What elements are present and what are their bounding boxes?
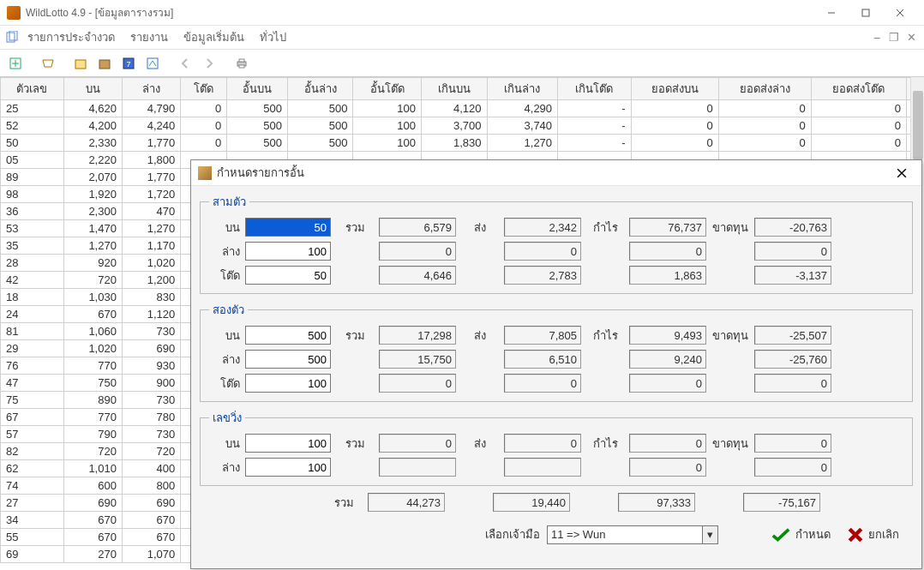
minimize-button[interactable] [814,1,849,25]
sum-song: 19,440 [493,493,570,512]
menu-item-2[interactable]: ข้อมูลเริ่มต้น [177,26,251,49]
dealer-combobox[interactable]: 11 => Wun ▾ [547,525,718,544]
menu-item-0[interactable]: รายการประจำงวด [21,26,122,49]
g3-bon-kamrai: 76,737 [629,218,706,237]
group-three-legend: สามตัว [209,193,249,211]
g2-lang-input[interactable] [245,350,331,369]
g3-tod-input[interactable] [245,266,331,285]
table-row[interactable]: 254,6204,79005005001004,1204,290-000 [1,100,924,117]
menu-item-1[interactable]: รายงาน [123,26,175,49]
lbl-khad: ขาดทุน [711,219,749,237]
g1-bon-song: 0 [504,434,581,453]
lbl-song: ส่ง [461,219,499,237]
g3-tod-kamrai: 1,863 [629,266,706,285]
column-header[interactable]: ตัวเลข [1,78,64,100]
print-button[interactable] [231,53,252,74]
sum-row: รวม 44,273 19,440 97,333 -75,167 [200,493,913,512]
g3-tod-ruam: 4,646 [379,266,456,285]
column-header[interactable]: อั้นล่าง [287,78,353,100]
dialog-close-button[interactable] [889,161,915,185]
maximize-button[interactable] [849,1,883,25]
toolbar-btn-3[interactable] [70,53,91,74]
dealer-value: 11 => Wun [548,528,702,541]
group-two-digit: สองตัว บน รวม 17,298 ส่ง 7,805 กำไร 9,49… [200,301,913,402]
group-run-digit: เลขวิ่ง บน รวม 0 ส่ง 0 กำไร 0 ขาดทุน 0 ล… [200,409,913,486]
group-run-legend: เลขวิ่ง [209,409,245,427]
svg-rect-13 [239,59,244,62]
g2-tod-ruam: 0 [379,374,456,393]
column-header[interactable]: เกินบน [421,78,487,100]
limit-dialog: กำหนดรายการอั้น สามตัว บน รวม 6,579 ส่ง … [190,159,922,569]
group-three-digit: สามตัว บน รวม 6,579 ส่ง 2,342 กำไร 76,73… [200,193,913,294]
column-header[interactable]: ยอดส่งล่าง [718,78,811,100]
nav-next-button[interactable] [199,53,219,74]
g3-lang-khad: 0 [754,242,831,261]
toolbar-btn-6[interactable] [142,53,163,74]
g1-lang-input[interactable] [245,458,331,477]
lbl-ruam: รวม [336,219,374,237]
g2-bon-input[interactable] [245,326,331,345]
close-button[interactable] [883,1,917,25]
g1-lang-khad: 0 [754,458,831,477]
g1-lang-song [504,458,581,477]
g3-lang-input[interactable] [245,242,331,261]
app-icon [7,6,21,20]
column-header[interactable]: ยอดส่งบน [631,78,718,100]
column-header[interactable]: ยอดส่งโต๊ด [811,78,906,100]
mdi-doc-icon [5,31,19,45]
g3-bon-song: 2,342 [504,218,581,237]
toolbar: 7 [0,50,924,77]
g2-tod-input[interactable] [245,374,331,393]
column-header[interactable]: ล่าง [122,78,180,100]
lbl-bon: บน [209,219,240,237]
g1-bon-ruam: 0 [379,434,456,453]
g2-tod-khad: 0 [754,374,831,393]
dealer-label: เลือกเจ้ามือ [485,525,540,543]
toolbar-btn-5[interactable]: 7 [118,53,139,74]
g2-bon-khad: -25,507 [754,326,831,345]
g1-lang-ruam [379,458,456,477]
g2-lang-ruam: 15,750 [379,350,456,369]
g2-bon-kamrai: 9,493 [629,326,706,345]
cancel-label: ยกเลิก [868,525,899,543]
sum-khad: -75,167 [743,493,820,512]
g3-bon-input[interactable] [245,218,331,237]
dialog-footer: เลือกเจ้ามือ 11 => Wun ▾ กำหนด ยกเลิก [200,520,913,545]
sum-ruam: 44,273 [368,493,445,512]
lbl-tod: โต๊ด [209,267,240,285]
group-two-legend: สองตัว [209,301,248,319]
lbl-lang: ล่าง [209,243,240,261]
column-header[interactable]: เกินล่าง [487,78,558,100]
svg-rect-8 [99,60,110,69]
svg-rect-1 [862,9,869,16]
mdi-restore[interactable]: ❐ [886,31,902,45]
svg-rect-7 [75,60,86,69]
titlebar: WildLotto 4.9 - [ข้อมูลตารางรวม] [0,0,924,26]
mdi-close[interactable]: ✕ [903,31,919,45]
column-header[interactable]: บน [63,78,122,100]
g1-bon-kamrai: 0 [629,434,706,453]
svg-text:7: 7 [126,60,130,69]
cancel-button[interactable]: ยกเลิก [843,524,904,545]
toolbar-btn-4[interactable] [94,53,115,74]
column-header[interactable]: อั้นโต๊ด [353,78,422,100]
nav-prev-button[interactable] [175,53,195,74]
column-header[interactable]: อั้นบน [227,78,288,100]
g1-bon-khad: 0 [754,434,831,453]
g2-lang-kamrai: 9,240 [629,350,706,369]
table-row[interactable]: 524,2004,24005005001003,7003,740-000 [1,117,924,135]
svg-rect-11 [147,58,158,69]
mdi-minimize[interactable]: ‒ [869,31,885,45]
toolbar-btn-2[interactable] [38,53,58,74]
g2-tod-song: 0 [504,374,581,393]
g1-bon-input[interactable] [245,434,331,453]
box-icon [198,166,212,180]
column-header[interactable]: เกินโต๊ด [558,78,632,100]
table-row[interactable]: 502,3301,77005005001001,8301,270-000 [1,135,924,152]
lbl-kamrai: กำไร [586,219,624,237]
menubar: รายการประจำงวด รายงาน ข้อมูลเริ่มต้น ทั่… [0,26,924,50]
ok-button[interactable]: กำหนด [766,524,836,545]
column-header[interactable]: โต๊ด [181,78,227,100]
toolbar-btn-1[interactable] [5,53,26,74]
menu-item-3[interactable]: ทั่วไป [253,26,293,49]
